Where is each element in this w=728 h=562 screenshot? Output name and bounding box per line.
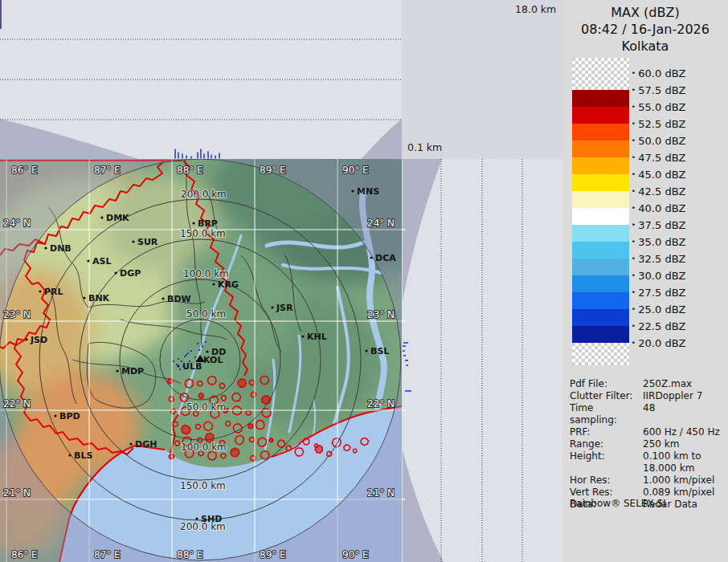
radar-echo-pixel [202,346,203,348]
scale-tick-icon: ‣ [632,120,636,128]
metadata-label: Pdf File: [570,378,643,390]
city-dot [25,338,27,340]
range-ring-label: 150.0 km [180,480,226,491]
scale-tick-icon: ‣ [632,103,636,111]
height-axis-max-label: 18.0 km [515,3,556,15]
product-timestamp: 08:42 / 16-Jan-2026 [562,22,728,39]
scale-band [572,157,629,174]
scale-value-text: 40.0 dBZ [638,202,685,214]
longitude-label: 86° E [11,549,38,560]
city-label: JSR [276,303,293,313]
latitude-label: 22° N [367,398,395,409]
scale-value-label: ‣22.5 dBZ [632,320,725,332]
scale-value-label: ‣55.0 dBZ [632,100,725,113]
city-dot [301,335,304,337]
city-dot [129,442,132,445]
radar-echo-pixel [186,354,187,356]
radar-echo-pixel [173,360,174,362]
radar-echo-pixel [184,356,186,357]
range-ring-label: 200.0 km [181,189,227,200]
radar-application-window: 18.0 km 0.1 km [0,0,728,562]
scale-band [572,259,629,275]
city-label: KHL [307,332,327,342]
coast-island [198,393,203,398]
city-dot [54,414,56,417]
scale-tick-icon: ‣ [632,86,636,94]
range-ring-label: 50.0 km [186,308,226,320]
scale-value-text: 47.5 dBZ [638,152,685,164]
scale-value-text: 27.5 dBZ [638,287,685,299]
latitude-label: 22° N [3,398,31,409]
coast-island [169,454,174,459]
range-ring-label: 150.0 km [180,228,226,239]
longitude-label: 90° E [342,549,369,560]
metadata-label: PRF: [570,426,643,438]
city-dot [365,349,367,352]
longitude-label: 88° E [177,165,203,176]
height-axis-strip: 18.0 km 0.1 km [402,0,562,159]
metadata-row: PRF:600 Hz / 450 Hz [570,426,726,438]
metadata-value: 250Z.max [643,378,692,390]
radar-echo-pixel [205,341,207,343]
scale-value-label: ‣27.5 dBZ [632,286,725,299]
latitude-label: 21° N [367,487,395,499]
scale-band [572,309,629,326]
city-dot [87,259,89,262]
panel-edge-mark [0,0,2,29]
scale-value-text: 57.5 dBZ [638,84,685,96]
city-dot [116,369,118,372]
scale-value-label: ‣30.0 dBZ [632,269,725,282]
city-dot [206,350,208,352]
product-name: MAX (dBZ) [562,5,728,22]
radar-echo-pixel [178,358,179,360]
scale-value-text: 25.0 dBZ [638,303,685,316]
longitude-label: 87° E [94,549,121,560]
height-axis-min-label: 0.1 km [407,141,442,153]
city-label: MDP [121,366,144,377]
city-label: BDW [167,294,191,304]
scale-band [572,191,629,208]
longitude-label: 90° E [342,165,369,176]
scale-value-label: ‣35.0 dBZ [632,235,725,248]
scale-value-label: ‣42.5 dBZ [632,185,725,198]
city-dot [192,222,194,224]
scale-band [572,90,629,107]
city-label: DCA [375,253,396,263]
scale-value-label: ‣20.0 dBZ [632,336,725,349]
city-dot [100,216,103,218]
scale-value-text: 55.0 dBZ [638,101,685,113]
scale-tick-icon: ‣ [632,69,636,77]
metadata-value: 48 [643,402,655,426]
scale-value-text: 35.0 dBZ [638,236,685,248]
scale-tick-icon: ‣ [632,238,636,246]
scale-value-label: ‣60.0 dBZ [632,67,725,79]
vertical-projection-side-panel [402,159,562,562]
city-label: DGP [120,268,141,279]
city-dot [114,271,117,274]
city-label: DNB [50,243,72,254]
scale-value-label: ‣45.0 dBZ [632,168,725,181]
city-label: ULB [182,361,202,372]
city-dot [39,290,41,292]
city-label: SUR [137,237,158,247]
nodata-wedge-top [403,159,442,301]
city-label: DGH [135,439,157,450]
metadata-row: Hor Res:1.000 km/pixel [570,474,726,487]
metadata-value: 0.100 km to 18.000 km [643,450,701,474]
scale-value-text: 42.5 dBZ [638,185,685,198]
product-metadata: Pdf File:250Z.maxClutter Filter:IIRDoppl… [570,378,726,511]
software-credit: Rainbow® SELEX-SI [570,498,666,509]
radar-echo-pixel [190,350,192,352]
metadata-label: Clutter Filter: [570,390,643,402]
city-label: JSD [30,335,47,345]
scale-tick-icon: ‣ [632,153,636,161]
scale-tick-icon: ‣ [632,136,636,145]
scale-tick-icon: ‣ [632,271,636,279]
scale-value-label: ‣25.0 dBZ [632,303,725,316]
latitude-label: 24° N [3,218,31,229]
radar-site-label: KOL [203,355,223,365]
city-dot [271,306,273,308]
scale-value-text: 45.0 dBZ [638,169,685,181]
scale-value-text: 22.5 dBZ [638,320,685,332]
vertical-projection-top-panel [0,0,402,159]
